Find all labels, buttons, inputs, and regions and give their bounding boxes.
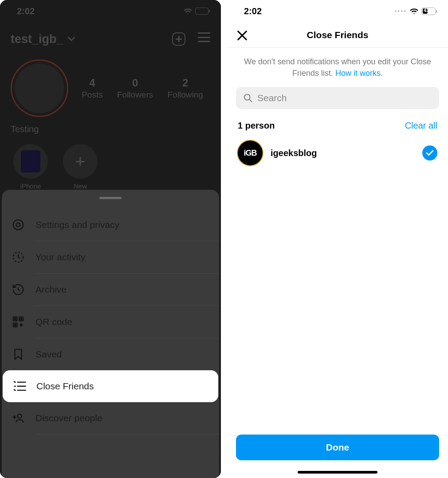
menu-item-discover[interactable]: Discover people [2,402,219,434]
selected-check[interactable] [422,145,437,161]
status-indicators: •••• 43 [394,8,436,15]
story-avatar[interactable] [11,59,68,117]
check-icon [426,150,434,156]
page-header: Close Friends [227,22,448,48]
menu-label: Archive [35,284,67,295]
status-time: 2:02 [244,6,262,16]
page-title: Close Friends [307,30,369,40]
search-icon [243,93,253,103]
username-dropdown[interactable]: test_igb_ [11,32,75,46]
menu-label: Your activity [35,252,85,263]
gear-icon [12,218,35,231]
menu-item-saved[interactable]: Saved [2,338,219,370]
wifi-icon [183,8,193,15]
profile-header: test_igb_ 4Posts 0Followers 2Following T… [0,22,221,190]
chevron-down-icon [68,37,75,41]
status-indicators [183,8,208,15]
selected-count: 1 person [238,121,275,131]
status-time: 2:02 [17,6,35,16]
status-bar: 2:02 [0,0,221,22]
done-button[interactable]: Done [236,435,439,460]
battery-icon: 43 [421,8,436,15]
qrcode-icon [12,315,35,329]
menu-item-qrcode[interactable]: QR code [2,306,219,338]
highlight-label: iPhone [13,182,48,190]
search-field[interactable] [236,87,439,109]
svg-point-1 [16,223,20,227]
menu-label: Settings and privacy [35,219,119,230]
menu-label: Saved [35,349,62,360]
info-text: We don't send notifications when you edi… [227,48,448,79]
avatar: iGB [238,141,263,165]
menu-label: Discover people [35,413,102,423]
svg-point-9 [15,324,16,325]
friend-username: igeeksblog [271,148,414,158]
friend-row[interactable]: iGB igeeksblog [227,134,448,172]
menu-item-close-friends[interactable]: Close Friends [3,370,218,402]
stat-following[interactable]: 2Following [168,77,203,100]
search-input[interactable] [257,93,432,103]
battery-pct: 43 [424,8,429,13]
display-name: Testing [11,124,210,134]
menu-item-settings[interactable]: Settings and privacy [2,209,219,241]
close-button[interactable] [235,28,249,43]
status-bar: 2:02 •••• 43 [227,0,448,22]
highlight-thumb-icon [21,150,40,172]
phone-right: 2:02 •••• 43 Close Friends We don't send… [227,0,448,478]
archive-icon [12,283,35,296]
menu-button[interactable] [198,32,210,42]
svg-point-8 [20,318,22,320]
phone-left: 2:02 test_igb_ [0,0,221,478]
menu-label: Close Friends [36,381,94,392]
how-it-works-link[interactable]: How it works. [335,69,383,78]
bookmark-icon [12,348,35,361]
highlight-new[interactable]: + New [63,144,98,190]
stat-followers[interactable]: 0Followers [117,77,153,100]
clear-all-button[interactable]: Clear all [405,121,437,131]
create-button[interactable] [172,32,185,46]
svg-point-0 [13,220,24,230]
discover-people-icon [12,411,35,425]
wifi-icon [409,8,419,15]
home-indicator [298,471,377,474]
menu-item-archive[interactable]: Archive [2,274,219,306]
sheet-grabber[interactable] [99,197,122,199]
battery-icon [195,8,208,15]
username-text: test_igb_ [11,32,63,46]
svg-point-7 [15,318,16,320]
svg-point-10 [18,414,22,418]
plus-icon: + [75,152,85,172]
close-icon [236,29,248,42]
bottom-sheet: Settings and privacy Your activity Archi… [2,190,219,478]
recording-indicator-icon: •••• [394,8,407,15]
stat-posts[interactable]: 4Posts [82,77,103,100]
menu-item-activity[interactable]: Your activity [2,241,219,273]
activity-icon [12,251,35,264]
svg-point-6 [20,324,22,326]
menu-label: QR code [35,317,72,327]
close-friends-icon [12,380,36,393]
highlight-item[interactable]: iPhone [13,144,48,190]
highlight-label: New [63,182,98,190]
